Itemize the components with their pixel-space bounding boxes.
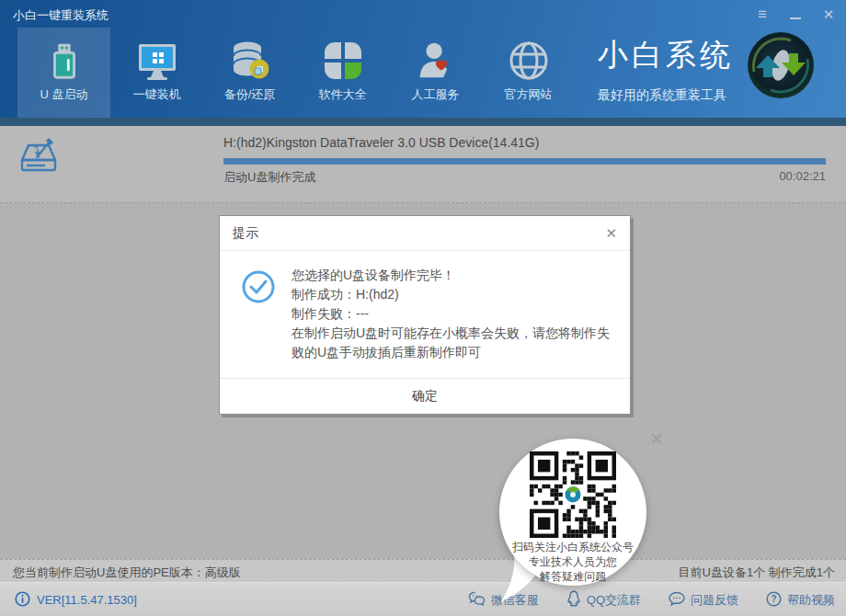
footer-link-label: QQ交流群 xyxy=(587,592,641,609)
dialog-close-icon[interactable]: ✕ xyxy=(605,225,617,242)
footer-link-label: 帮助视频 xyxy=(787,592,835,609)
feedback-icon xyxy=(669,591,685,610)
qr-bubble-line: 解答疑难问题 xyxy=(499,569,646,584)
result-dialog: 提示 ✕ 您选择的U盘设备制作完毕！ 制作成功：H:(hd2) 制作失败：---… xyxy=(219,215,631,415)
usb-drive-icon xyxy=(41,37,87,85)
qr-bubble: 扫码关注小白系统公众号 专业技术人员为您 解答疑难问题 xyxy=(499,439,646,586)
support-icon xyxy=(413,37,459,85)
qr-bubble-line: 专业技术人员为您 xyxy=(499,554,646,569)
elapsed-timer: 00:02:21 xyxy=(779,169,826,183)
nav-label: 人工服务 xyxy=(412,86,460,103)
nav-item-usb-boot[interactable]: U 盘启动 xyxy=(17,28,110,118)
dialog-line: 您选择的U盘设备制作完毕！ xyxy=(292,266,615,285)
dialog-message: 您选择的U盘设备制作完毕！ 制作成功：H:(hd2) 制作失败：--- 在制作启… xyxy=(292,266,615,362)
dashed-divider xyxy=(0,202,846,203)
nav-item-software[interactable]: 软件大全 xyxy=(296,28,389,118)
progress-section: H:(hd2)Kingston DataTraveler 3.0 USB Dev… xyxy=(0,126,846,203)
status-strip: 您当前制作启动U盘使用的PE版本：高级版 目前U盘设备1个 制作完成1个 xyxy=(0,559,846,583)
footer-link-qq[interactable]: QQ交流群 xyxy=(566,590,641,610)
nav-item-one-click-install[interactable]: 一键装机 xyxy=(110,28,203,118)
wechat-icon xyxy=(468,591,486,610)
footer-link-label: 问题反馈 xyxy=(691,592,738,609)
dialog-titlebar: 提示 ✕ xyxy=(220,216,630,251)
usb-count-text: 目前U盘设备1个 制作完成1个 xyxy=(679,565,835,581)
nav-item-backup-restore[interactable]: 备份/还原 xyxy=(203,28,296,118)
qr-bubble-line: 扫码关注小白系统公众号 xyxy=(499,540,646,554)
usb-device-label: H:(hd2)Kingston DataTraveler 3.0 USB Dev… xyxy=(223,135,539,150)
menu-icon[interactable]: ≡ xyxy=(752,6,772,24)
footer-link-help[interactable]: ? 帮助视频 xyxy=(766,591,835,610)
footer-bar: VER[11.5.47.1530] 微信客服 xyxy=(0,582,846,616)
nav-label: 备份/还原 xyxy=(224,86,276,103)
qq-icon xyxy=(566,590,581,610)
dialog-line: 制作失败：--- xyxy=(292,304,615,324)
nav-item-website[interactable]: 官方网站 xyxy=(482,28,575,118)
brand-name: 小白系统 xyxy=(598,35,745,76)
nav-item-support[interactable]: 人工服务 xyxy=(389,28,482,118)
progress-bar xyxy=(223,158,826,165)
software-icon xyxy=(320,37,366,85)
header: 小白一键重装系统 ≡ ✕ U 盘启动 xyxy=(0,0,846,118)
minimize-icon[interactable] xyxy=(785,6,806,24)
qr-code xyxy=(530,451,616,538)
dialog-line: 制作成功：H:(hd2) xyxy=(292,285,615,304)
qr-bubble-text: 扫码关注小白系统公众号 专业技术人员为您 解答疑难问题 xyxy=(499,540,646,584)
monitor-icon xyxy=(134,37,180,85)
app-window: 小白一键重装系统 ≡ ✕ U 盘启动 xyxy=(0,0,846,616)
brand-tagline: 最好用的系统重装工具 xyxy=(598,87,745,104)
nav-label: 一键装机 xyxy=(133,86,181,103)
info-icon xyxy=(15,591,30,610)
window-title: 小白一键重装系统 xyxy=(13,7,109,24)
backup-restore-icon xyxy=(227,37,273,85)
header-divider xyxy=(0,118,846,126)
nav-label: 软件大全 xyxy=(319,86,367,103)
help-icon: ? xyxy=(766,591,782,610)
bubble-close-icon[interactable]: ✕ xyxy=(649,428,664,450)
success-check-icon xyxy=(241,269,276,308)
pe-version-text: 您当前制作启动U盘使用的PE版本：高级版 xyxy=(13,565,241,581)
dialog-footer[interactable]: 确定 xyxy=(220,378,630,414)
version-group[interactable]: VER[11.5.47.1530] xyxy=(15,583,137,616)
progress-bar-fill xyxy=(223,158,826,165)
version-text: VER[11.5.47.1530] xyxy=(37,593,137,607)
close-icon[interactable]: ✕ xyxy=(818,6,839,24)
nav-label: U 盘启动 xyxy=(40,86,88,103)
dialog-body: 您选择的U盘设备制作完毕！ 制作成功：H:(hd2) 制作失败：--- 在制作启… xyxy=(220,251,630,378)
window-controls: ≡ ✕ xyxy=(752,6,839,24)
brand: 小白系统 最好用的系统重装工具 xyxy=(598,35,745,104)
dialog-title: 提示 xyxy=(233,225,258,242)
nav-label: 官方网站 xyxy=(505,86,553,103)
dialog-line: 在制作启动U盘时可能存在小概率会失败，请您将制作失败的U盘手动拔插后重新制作即可 xyxy=(292,324,615,362)
footer-link-feedback[interactable]: 问题反馈 xyxy=(669,591,738,610)
svg-text:?: ? xyxy=(771,594,776,604)
progress-status: 启动U盘制作完成 xyxy=(223,169,315,186)
website-globe-icon xyxy=(506,37,552,85)
main-nav: U 盘启动 一键装机 xyxy=(17,28,575,118)
brand-logo-icon xyxy=(745,29,817,101)
ok-button[interactable]: 确定 xyxy=(384,384,465,408)
drive-write-icon xyxy=(15,129,63,184)
